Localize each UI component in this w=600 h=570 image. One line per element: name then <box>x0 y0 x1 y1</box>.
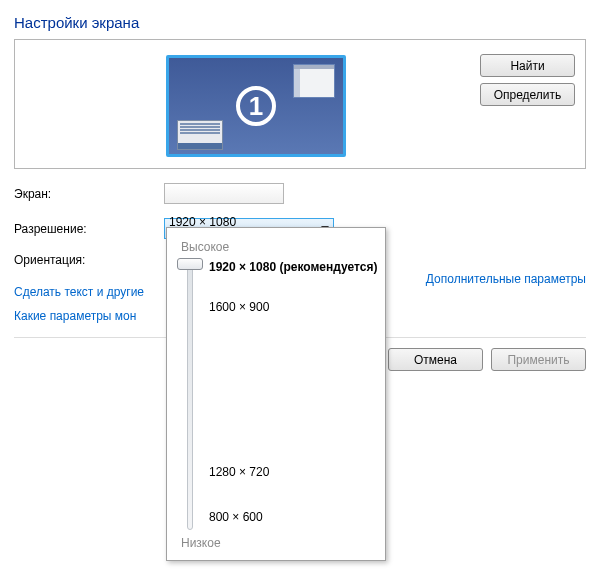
screen-label: Экран: <box>14 187 164 201</box>
monitor-preview-box: 1 Найти Определить <box>14 39 586 169</box>
monitor-number: 1 <box>236 86 276 126</box>
preview-window-icon <box>293 64 335 98</box>
resolution-option[interactable]: 1600 × 900 <box>209 300 269 314</box>
low-label: Низкое <box>181 536 371 550</box>
page-title: Настройки экрана <box>14 14 586 31</box>
resolution-options: 1920 × 1080 (рекомендуется)1600 × 900128… <box>209 260 371 530</box>
cancel-button[interactable]: Отмена <box>388 348 483 371</box>
high-label: Высокое <box>181 240 371 254</box>
preview-taskbar-icon <box>177 120 223 150</box>
resolution-option[interactable]: 1920 × 1080 (рекомендуется) <box>209 260 377 274</box>
resolution-option[interactable]: 1280 × 720 <box>209 465 269 479</box>
resolution-slider-thumb[interactable] <box>177 258 203 270</box>
screen-select[interactable] <box>164 183 284 204</box>
resolution-label: Разрешение: <box>14 222 164 236</box>
resolution-slider-track[interactable] <box>181 260 199 530</box>
resolution-option[interactable]: 800 × 600 <box>209 510 263 524</box>
additional-params-link[interactable]: Дополнительные параметры <box>426 272 586 286</box>
monitor-1[interactable]: 1 <box>166 55 346 157</box>
resolution-popup: Высокое 1920 × 1080 (рекомендуется)1600 … <box>166 227 386 561</box>
apply-button[interactable]: Применить <box>491 348 586 371</box>
identify-button[interactable]: Определить <box>480 83 575 106</box>
orientation-label: Ориентация: <box>14 253 164 267</box>
find-button[interactable]: Найти <box>480 54 575 77</box>
